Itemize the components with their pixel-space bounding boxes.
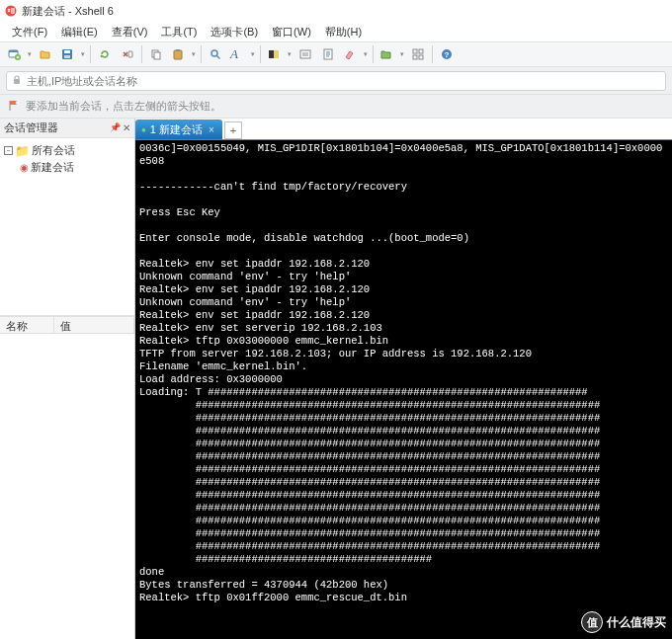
watermark-text: 什么值得买: [607, 614, 666, 631]
tree-root-label: 所有会话: [32, 143, 75, 158]
close-icon[interactable]: ✕: [123, 122, 130, 133]
menu-tabs[interactable]: 选项卡(B): [205, 23, 264, 41]
tab-row: ● 1 新建会话 × +: [135, 119, 672, 140]
sidebar-header: 会话管理器 📌 ✕: [0, 119, 134, 138]
reconnect-button[interactable]: [94, 43, 116, 65]
hint-text: 要添加当前会话，点击左侧的箭头按钮。: [26, 99, 221, 114]
tab-status-icon: ●: [141, 125, 146, 134]
menu-view[interactable]: 查看(V): [106, 23, 154, 41]
script-button[interactable]: [317, 43, 339, 65]
xftp-button[interactable]: [377, 43, 406, 65]
svg-rect-11: [176, 49, 180, 51]
session-icon: ◉: [20, 162, 29, 173]
menu-edit[interactable]: 编辑(E): [55, 23, 104, 41]
toolbar-sep: [90, 45, 91, 63]
address-input[interactable]: [27, 75, 661, 87]
menu-window[interactable]: 窗口(W): [266, 23, 317, 41]
toolbar-sep: [201, 45, 202, 63]
pin-icon[interactable]: 📌: [110, 122, 121, 133]
address-input-wrap: [6, 71, 666, 91]
hint-bar: 要添加当前会话，点击左侧的箭头按钮。: [0, 95, 672, 119]
svg-rect-20: [419, 55, 423, 59]
svg-rect-2: [9, 50, 18, 52]
tab-label: 1 新建会话: [150, 122, 203, 137]
paste-button[interactable]: [168, 43, 198, 65]
watermark: 值 什么值得买: [581, 611, 666, 633]
new-tab-button[interactable]: +: [224, 121, 242, 139]
svg-rect-15: [300, 50, 310, 58]
toolbar-sep: [141, 45, 142, 63]
tab-active[interactable]: ● 1 新建会话 ×: [135, 120, 222, 139]
svg-point-12: [211, 50, 217, 56]
toolbar-sep: [373, 45, 374, 63]
new-session-button[interactable]: [4, 43, 34, 65]
lock-icon: [11, 74, 23, 88]
tree-session-item[interactable]: ◉ 新建会话: [4, 159, 130, 176]
color-scheme-button[interactable]: [264, 43, 294, 65]
svg-rect-10: [174, 50, 182, 59]
open-button[interactable]: [35, 43, 56, 65]
svg-rect-14: [274, 50, 279, 58]
title-bar: 新建会话 - Xshell 6: [0, 0, 672, 22]
menu-file[interactable]: 文件(F): [6, 23, 53, 41]
svg-rect-9: [154, 52, 160, 59]
svg-rect-23: [14, 79, 20, 84]
flag-icon: [8, 100, 20, 114]
highlight-button[interactable]: [340, 43, 370, 65]
svg-rect-19: [413, 55, 417, 59]
terminal[interactable]: 0036c]=0x00155049, MIS_GP1DIR[0x1801b104…: [135, 140, 672, 639]
tree-root-item[interactable]: − 📁 所有会话: [4, 142, 130, 159]
svg-rect-18: [419, 49, 423, 53]
folder-icon: 📁: [15, 144, 30, 158]
svg-rect-6: [64, 55, 70, 58]
svg-text:?: ?: [445, 50, 450, 59]
sidebar-title: 会话管理器: [4, 120, 58, 135]
menu-tools[interactable]: 工具(T): [155, 23, 203, 41]
address-bar: [0, 67, 672, 95]
help-icon[interactable]: ?: [436, 43, 458, 65]
props-col-name[interactable]: 名称: [0, 317, 54, 333]
disconnect-button[interactable]: [117, 43, 138, 65]
main-area: 会话管理器 📌 ✕ − 📁 所有会话 ◉ 新建会话 名称 值: [0, 119, 672, 639]
svg-point-0: [6, 6, 17, 17]
svg-rect-17: [413, 49, 417, 53]
sidebar-props: 名称 值: [0, 316, 134, 639]
toolbar-sep: [260, 45, 261, 63]
tree-session-label: 新建会话: [31, 160, 74, 175]
collapse-icon[interactable]: −: [4, 146, 13, 155]
session-tree[interactable]: − 📁 所有会话 ◉ 新建会话: [0, 138, 134, 316]
menu-bar: 文件(F) 编辑(E) 查看(V) 工具(T) 选项卡(B) 窗口(W) 帮助(…: [0, 22, 672, 41]
watermark-badge: 值: [581, 611, 603, 633]
content-area: ● 1 新建会话 × + 0036c]=0x00155049, MIS_GP1D…: [135, 119, 672, 639]
close-icon[interactable]: ×: [207, 124, 216, 135]
window-title: 新建会话 - Xshell 6: [22, 4, 114, 19]
props-col-value[interactable]: 值: [54, 317, 134, 333]
find-button[interactable]: [205, 43, 226, 65]
menu-help[interactable]: 帮助(H): [319, 23, 368, 41]
copy-button[interactable]: [145, 43, 167, 65]
font-icon: A: [230, 46, 238, 62]
svg-rect-13: [269, 50, 274, 58]
svg-rect-7: [128, 51, 132, 57]
app-icon: [4, 4, 18, 18]
props-header: 名称 值: [0, 316, 134, 334]
svg-rect-5: [64, 50, 70, 53]
toolbar: A ?: [0, 41, 672, 67]
toolbar-sep: [432, 45, 433, 63]
font-button[interactable]: A: [227, 43, 257, 65]
tile-button[interactable]: [407, 43, 429, 65]
save-button[interactable]: [57, 43, 87, 65]
sidebar: 会话管理器 📌 ✕ − 📁 所有会话 ◉ 新建会话 名称 值: [0, 119, 135, 639]
properties-button[interactable]: [294, 43, 316, 65]
